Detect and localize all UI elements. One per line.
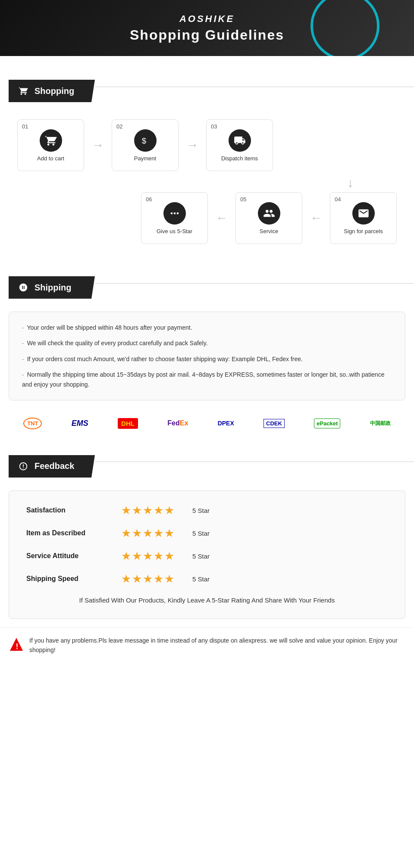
header-decoration xyxy=(310,0,380,56)
steps-row-2: 06 Give us 5-Star ← 05 Service ← 04 xyxy=(17,192,397,244)
shipping-point-4: · Normally the shipping time about 15~35… xyxy=(22,370,392,389)
dpex-logo: DPEX xyxy=(218,420,234,427)
step-icon-star xyxy=(163,202,186,225)
arrow-1: → xyxy=(92,138,104,152)
star-3: ★ xyxy=(143,504,153,517)
header: AOSHIKE Shopping Guidelines xyxy=(0,0,414,56)
feedback-rating-shipping-speed: 5 Star xyxy=(192,575,227,583)
step-label-3: Dispatch items xyxy=(221,155,258,162)
step-label-5: Service xyxy=(260,228,278,234)
svg-point-1 xyxy=(170,212,172,214)
warning-bar: ! If you have any problems.Pls leave mes… xyxy=(0,628,414,663)
shipping-card: · Your order will be shipped within 48 h… xyxy=(9,312,405,400)
fedex-logo: FedEx xyxy=(167,419,188,427)
star-1: ★ xyxy=(121,504,131,517)
shipping-point-2: · We will check the quality of every pro… xyxy=(22,338,392,348)
feedback-row-shipping-speed: Shipping Speed ★ ★ ★ ★ ★ 5 Star xyxy=(26,572,388,586)
feedback-label-satisfaction: Satisfaction xyxy=(26,506,113,514)
step-num-2: 02 xyxy=(116,123,122,130)
step-label-1: Add to cart xyxy=(37,155,64,162)
warning-icon: ! xyxy=(9,637,24,652)
brand-logo: AOSHIKE xyxy=(179,13,235,25)
arrow-2: → xyxy=(186,138,198,152)
step-icon-service xyxy=(258,202,280,225)
svg-point-3 xyxy=(176,212,179,214)
step-add-to-cart: 01 Add to cart xyxy=(17,119,84,171)
feedback-section: Feedback Satisfaction ★ ★ ★ ★ ★ 5 Star I… xyxy=(0,442,414,619)
svg-text:$: $ xyxy=(141,136,146,145)
steps-row-1: 01 Add to cart → 02 $ Payment → 03 xyxy=(17,119,397,171)
step-num-4: 04 xyxy=(335,196,341,203)
feedback-stars-shipping-speed: ★ ★ ★ ★ ★ xyxy=(121,572,175,586)
feedback-row-service-attitude: Service Attitude ★ ★ ★ ★ ★ 5 Star xyxy=(26,550,388,563)
step-service: 05 Service xyxy=(235,192,302,244)
dhl-logo: DHL xyxy=(118,418,138,429)
chinapost-logo: 中国邮政 xyxy=(370,420,391,427)
feedback-stars-service-attitude: ★ ★ ★ ★ ★ xyxy=(121,550,175,563)
arrow-down: ↓ xyxy=(17,175,397,190)
epacket-logo: ePacket xyxy=(314,418,340,428)
arrow-4: ← xyxy=(310,211,322,225)
step-dispatch: 03 Dispatch items xyxy=(206,119,273,171)
tnt-logo: TNT xyxy=(23,418,42,429)
feedback-row-satisfaction: Satisfaction ★ ★ ★ ★ ★ 5 Star xyxy=(26,504,388,517)
carrier-logos: TNT EMS DHL FedEx DPEX CDEK ePacket 中国邮政 xyxy=(0,409,414,438)
feedback-rating-service-attitude: 5 Star xyxy=(192,553,227,560)
feedback-rating-satisfaction: 5 Star xyxy=(192,507,227,514)
cdek-logo: CDEK xyxy=(263,419,285,428)
shipping-icon xyxy=(16,281,30,294)
star-4: ★ xyxy=(154,504,163,517)
feedback-stars-satisfaction: ★ ★ ★ ★ ★ xyxy=(121,504,175,517)
feedback-note: If Satisfied With Our Products, Kindly L… xyxy=(26,595,388,606)
feedback-row-item-described: Item as Described ★ ★ ★ ★ ★ 5 Star xyxy=(26,527,388,540)
step-icon-envelope xyxy=(352,202,375,225)
shopping-label: Shopping xyxy=(34,86,74,96)
feedback-card: Satisfaction ★ ★ ★ ★ ★ 5 Star Item as De… xyxy=(9,490,405,619)
star-2: ★ xyxy=(132,504,142,517)
shipping-point-1: · Your order will be shipped within 48 h… xyxy=(22,323,392,332)
svg-point-2 xyxy=(173,212,176,214)
shopping-icon xyxy=(16,84,30,98)
step-num-5: 05 xyxy=(240,196,246,203)
arrow-3: ← xyxy=(216,211,228,225)
shipping-label: Shipping xyxy=(34,283,72,293)
feedback-rating-item-described: 5 Star xyxy=(192,530,227,537)
steps-container: 01 Add to cart → 02 $ Payment → 03 xyxy=(0,111,414,257)
shipping-point-3: · If your orders cost much Amount, we'd … xyxy=(22,354,392,364)
feedback-label-item-described: Item as Described xyxy=(26,529,113,537)
svg-text:!: ! xyxy=(16,642,19,650)
step-give-star: 06 Give us 5-Star xyxy=(141,192,208,244)
ems-logo: EMS xyxy=(72,419,88,428)
step-icon-cart xyxy=(40,129,62,152)
feedback-icon xyxy=(16,459,30,473)
warning-text: If you have any problems.Pls leave messa… xyxy=(29,636,405,655)
step-label-6: Give us 5-Star xyxy=(157,228,192,234)
feedback-section-header: Feedback xyxy=(9,455,95,478)
feedback-stars-item-described: ★ ★ ★ ★ ★ xyxy=(121,527,175,540)
step-label-4: Sign for parcels xyxy=(344,228,383,234)
step-label-2: Payment xyxy=(134,155,156,162)
shopping-section: Shopping 01 Add to cart → 02 $ Payment xyxy=(0,67,414,257)
feedback-label-service-attitude: Service Attitude xyxy=(26,552,113,560)
step-sign-parcel: 04 Sign for parcels xyxy=(330,192,397,244)
step-icon-truck xyxy=(229,129,251,152)
shipping-section-header: Shipping xyxy=(9,276,95,299)
step-icon-payment: $ xyxy=(134,129,157,152)
step-num-6: 06 xyxy=(146,196,152,203)
star-5: ★ xyxy=(164,504,174,517)
shopping-section-header: Shopping xyxy=(9,80,95,102)
step-num-3: 03 xyxy=(211,123,217,130)
page-title: Shopping Guidelines xyxy=(130,27,284,43)
step-payment: 02 $ Payment xyxy=(112,119,179,171)
step-num-1: 01 xyxy=(22,123,28,130)
feedback-label-shipping-speed: Shipping Speed xyxy=(26,575,113,583)
feedback-label: Feedback xyxy=(34,461,74,471)
shipping-section: Shipping · Your order will be shipped wi… xyxy=(0,263,414,438)
